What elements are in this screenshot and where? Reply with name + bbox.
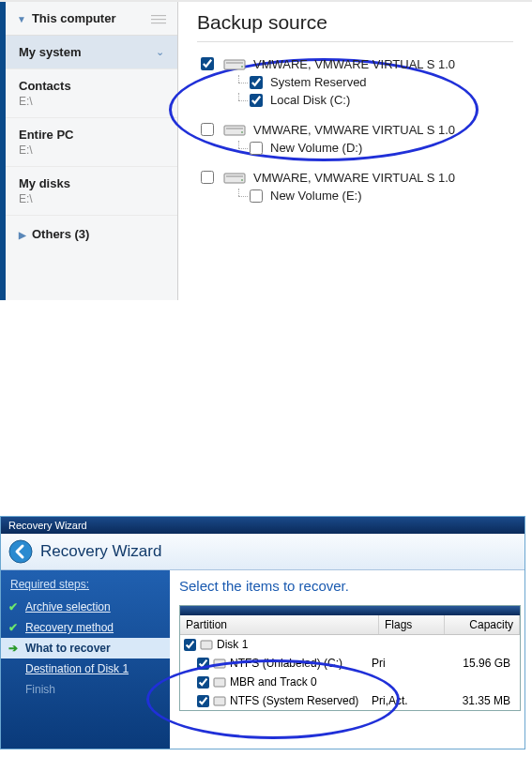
svg-rect-4: [226, 128, 243, 129]
sidebar-item-sub: E:\: [19, 192, 164, 205]
disk-checkbox[interactable]: [184, 639, 196, 651]
svg-rect-12: [214, 678, 225, 687]
volume-checkbox[interactable]: [250, 76, 263, 89]
disk-row[interactable]: Disk 1: [180, 635, 520, 654]
collapse-icon: ▼: [17, 14, 26, 24]
svg-rect-0: [224, 60, 245, 69]
sidebar-item-my-system[interactable]: My system ⌄: [6, 36, 177, 69]
sidebar-item-label: Others (3): [32, 227, 89, 241]
disk-checkbox[interactable]: [201, 57, 214, 70]
expand-icon: ▶: [19, 230, 26, 240]
disk-icon: [200, 639, 213, 650]
wizard-step[interactable]: Destination of Disk 1: [1, 658, 170, 679]
backup-source-main: Backup source VMWARE, VMWARE VIRTUAL S 1…: [178, 2, 532, 300]
back-icon[interactable]: [8, 539, 33, 564]
disk-name: VMWARE, VMWARE VIRTUAL S 1.0: [253, 123, 455, 137]
volume-row[interactable]: Local Disk (C:): [197, 93, 513, 107]
col-partition: Partition: [180, 615, 379, 634]
wizard-heading: Select the items to recover.: [179, 578, 521, 594]
disk-checkbox[interactable]: [201, 123, 214, 136]
sidebar-header[interactable]: ▼This computer ———: [6, 2, 177, 36]
volume-checkbox[interactable]: [250, 142, 263, 155]
svg-rect-3: [224, 126, 245, 135]
partition-flags: Pri,Act.: [372, 694, 437, 707]
sidebar-item-others[interactable]: ▶Others (3): [6, 216, 177, 252]
volume-row[interactable]: New Volume (D:): [197, 141, 513, 155]
svg-rect-10: [201, 641, 212, 649]
partition-row[interactable]: NTFS (Unlabeled) (C:)Pri15.96 GB: [180, 654, 520, 673]
disk-icon: [223, 122, 246, 137]
disk-icon: [223, 56, 246, 71]
svg-point-9: [9, 540, 32, 563]
wizard-main: Select the items to recover. Partition F…: [170, 570, 524, 749]
partition-checkbox[interactable]: [197, 658, 209, 670]
partition-row[interactable]: MBR and Track 0: [180, 673, 520, 691]
wizard-title: Recovery Wizard: [40, 542, 161, 561]
svg-rect-6: [224, 174, 245, 183]
col-capacity: Capacity: [445, 615, 520, 634]
sidebar-item-label: My disks: [19, 176, 164, 190]
disk-tree: VMWARE, VMWARE VIRTUAL S 1.0System Reser…: [197, 56, 513, 203]
steps-title: Required steps:: [1, 576, 170, 597]
disk-checkbox[interactable]: [201, 171, 214, 184]
divider: [197, 41, 513, 42]
recovery-wizard-window: Recovery Wizard Recovery Wizard Required…: [0, 516, 525, 749]
partition-flags: Pri: [372, 657, 437, 670]
sidebar-item-sub: E:\: [19, 144, 164, 157]
chevron-down-icon: ⌄: [156, 46, 164, 58]
sidebar-item-my-disks[interactable]: My disks E:\: [6, 167, 177, 216]
wizard-step: Finish: [1, 679, 170, 700]
volume-icon: [213, 676, 226, 688]
partition-name: NTFS (Unlabeled) (C:): [230, 657, 368, 670]
sidebar-item-label: My system: [19, 45, 81, 59]
sidebar-item-label: Entire PC: [19, 128, 164, 142]
volume-row[interactable]: New Volume (E:): [197, 189, 513, 203]
col-flags: Flags: [379, 615, 445, 634]
partition-name: MBR and Track 0: [230, 675, 368, 689]
sidebar-item-contacts[interactable]: Contacts E:\: [6, 69, 177, 118]
partition-name: NTFS (System Reserved): [230, 694, 368, 707]
volume-name: New Volume (E:): [270, 189, 362, 203]
disk-row[interactable]: VMWARE, VMWARE VIRTUAL S 1.0: [197, 56, 513, 71]
disk-name: VMWARE, VMWARE VIRTUAL S 1.0: [253, 171, 455, 185]
sidebar-item-entire-pc[interactable]: Entire PC E:\: [6, 118, 177, 167]
page-title: Backup source: [197, 11, 513, 34]
sidebar-title: This computer: [32, 11, 116, 25]
volume-icon: [213, 658, 226, 669]
partition-checkbox[interactable]: [197, 695, 209, 707]
disk-icon: [223, 170, 246, 185]
wizard-step[interactable]: What to recover: [1, 638, 170, 658]
grid-columns: Partition Flags Capacity: [180, 615, 520, 635]
svg-point-5: [241, 131, 243, 133]
partition-capacity: 15.96 GB: [441, 657, 516, 670]
svg-point-8: [241, 179, 243, 181]
volume-checkbox[interactable]: [250, 94, 263, 107]
volume-checkbox[interactable]: [250, 189, 263, 203]
backup-source-panel: ▼This computer ——— My system ⌄ Contacts …: [0, 0, 532, 300]
disk-row[interactable]: VMWARE, VMWARE VIRTUAL S 1.0: [197, 170, 513, 185]
wizard-step[interactable]: Recovery method: [1, 617, 170, 638]
disk-name: Disk 1: [217, 638, 248, 651]
partition-checkbox[interactable]: [197, 676, 209, 689]
window-titlebar: Recovery Wizard: [1, 517, 524, 534]
wizard-step[interactable]: Archive selection: [1, 597, 170, 617]
partition-row[interactable]: NTFS (System Reserved)Pri,Act.31.35 MB: [180, 691, 520, 710]
svg-rect-13: [214, 697, 225, 705]
menu-icon[interactable]: ———: [151, 13, 166, 24]
partition-grid: Partition Flags Capacity Disk 1NTFS (Unl…: [179, 605, 521, 711]
svg-rect-7: [226, 175, 243, 177]
disk-name: VMWARE, VMWARE VIRTUAL S 1.0: [253, 57, 455, 71]
wizard-header: Recovery Wizard: [1, 534, 524, 570]
source-sidebar: ▼This computer ——— My system ⌄ Contacts …: [0, 2, 178, 300]
grid-header-bar: [180, 606, 520, 615]
disk-row[interactable]: VMWARE, VMWARE VIRTUAL S 1.0: [197, 122, 513, 137]
svg-rect-1: [226, 62, 243, 64]
sidebar-item-sub: E:\: [19, 95, 164, 108]
wizard-steps-sidebar: Required steps: Archive selectionRecover…: [1, 570, 170, 749]
volume-icon: [213, 695, 226, 706]
volume-name: Local Disk (C:): [270, 93, 350, 107]
volume-row[interactable]: System Reserved: [197, 75, 513, 89]
volume-name: New Volume (D:): [270, 141, 362, 155]
sidebar-item-label: Contacts: [19, 79, 164, 93]
partition-capacity: 31.35 MB: [441, 694, 516, 707]
